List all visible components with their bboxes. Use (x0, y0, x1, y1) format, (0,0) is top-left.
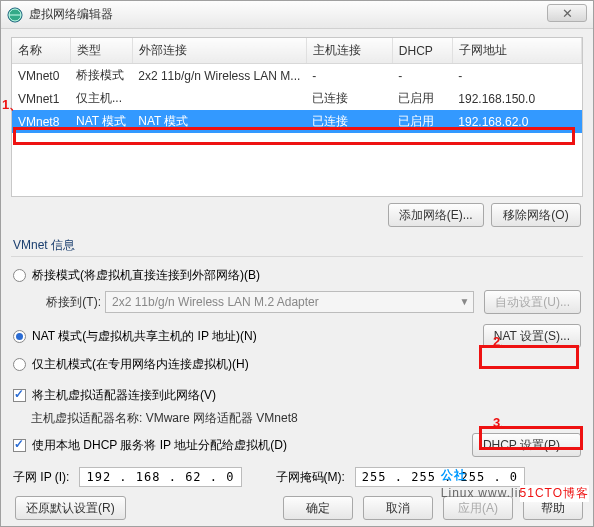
bridge-adapter-combo[interactable]: 2x2 11b/g/n Wireless LAN M.2 Adapter ▼ (105, 291, 474, 313)
col-subnet[interactable]: 子网地址 (452, 38, 581, 64)
annotation-marker-1: 1、 (2, 96, 22, 114)
window-title: 虚拟网络编辑器 (29, 6, 113, 23)
annotation-marker-3: 3、 (493, 414, 513, 432)
annotation-marker-2: 2、 (493, 333, 513, 351)
bridged-radio-row[interactable]: 桥接模式(将虚拟机直接连接到外部网络)(B) (11, 263, 583, 288)
subnet-ip-label: 子网 IP (I): (13, 469, 69, 486)
radio-icon (13, 269, 26, 282)
app-icon (7, 7, 23, 23)
bridge-combo-text: 2x2 11b/g/n Wireless LAN M.2 Adapter (112, 295, 319, 309)
checkbox-icon (13, 439, 26, 452)
col-host[interactable]: 主机连接 (306, 38, 392, 64)
ok-button[interactable]: 确定 (283, 496, 353, 520)
col-ext[interactable]: 外部连接 (132, 38, 306, 64)
subnet-mask-input[interactable]: 255 . 255 . 255 . 0 (355, 467, 525, 487)
col-name[interactable]: 名称 (12, 38, 70, 64)
restore-defaults-button[interactable]: 还原默认设置(R) (15, 496, 126, 520)
use-dhcp-label: 使用本地 DHCP 服务将 IP 地址分配给虚拟机(D) (32, 437, 287, 454)
help-button[interactable]: 帮助 (523, 496, 583, 520)
table-row[interactable]: VMnet0 桥接模式 2x2 11b/g/n Wireless LAN M..… (12, 64, 582, 88)
col-type[interactable]: 类型 (70, 38, 132, 64)
close-icon: ✕ (562, 6, 573, 21)
close-button[interactable]: ✕ (547, 4, 587, 22)
subnet-ip-input[interactable]: 192 . 168 . 62 . 0 (79, 467, 241, 487)
connect-host-label: 将主机虚拟适配器连接到此网络(V) (32, 387, 216, 404)
chevron-down-icon: ▼ (459, 296, 469, 307)
nat-label: NAT 模式(与虚拟机共享主机的 IP 地址)(N) (32, 328, 257, 345)
bridge-to-label: 桥接到(T): (29, 294, 101, 311)
col-dhcp[interactable]: DHCP (392, 38, 452, 64)
subnet-mask-label: 子网掩码(M): (276, 469, 345, 486)
virtual-network-editor-window: 虚拟网络编辑器 ✕ 名称 类型 外部连接 主机连接 DHCP 子网地址 (0, 0, 594, 527)
checkbox-icon (13, 389, 26, 402)
network-table[interactable]: 名称 类型 外部连接 主机连接 DHCP 子网地址 VMnet0 桥接模式 2x… (11, 37, 583, 197)
table-row[interactable]: VMnet1 仅主机... 已连接 已启用 192.168.150.0 (12, 87, 582, 110)
hostonly-radio-row[interactable]: 仅主机模式(在专用网络内连接虚拟机)(H) (11, 352, 583, 377)
dhcp-settings-button[interactable]: DHCP 设置(P)... (472, 433, 581, 457)
vmnet-info-group: VMnet 信息 (11, 231, 583, 257)
radio-icon (13, 330, 26, 343)
use-dhcp-check-row[interactable]: 使用本地 DHCP 服务将 IP 地址分配给虚拟机(D) DHCP 设置(P).… (11, 429, 583, 461)
auto-settings-button: 自动设置(U)... (484, 290, 581, 314)
connect-host-check-row[interactable]: 将主机虚拟适配器连接到此网络(V) (11, 383, 583, 408)
add-network-button[interactable]: 添加网络(E)... (388, 203, 484, 227)
table-row-selected[interactable]: VMnet8 NAT 模式 NAT 模式 已连接 已启用 192.168.62.… (12, 110, 582, 133)
bridged-label: 桥接模式(将虚拟机直接连接到外部网络)(B) (32, 267, 260, 284)
hostonly-label: 仅主机模式(在专用网络内连接虚拟机)(H) (32, 356, 249, 373)
apply-button: 应用(A) (443, 496, 513, 520)
dialog-footer: 还原默认设置(R) 确定 取消 应用(A) 帮助 (1, 496, 593, 520)
cancel-button[interactable]: 取消 (363, 496, 433, 520)
remove-network-button[interactable]: 移除网络(O) (491, 203, 581, 227)
titlebar: 虚拟网络编辑器 ✕ (1, 1, 593, 29)
radio-icon (13, 358, 26, 371)
